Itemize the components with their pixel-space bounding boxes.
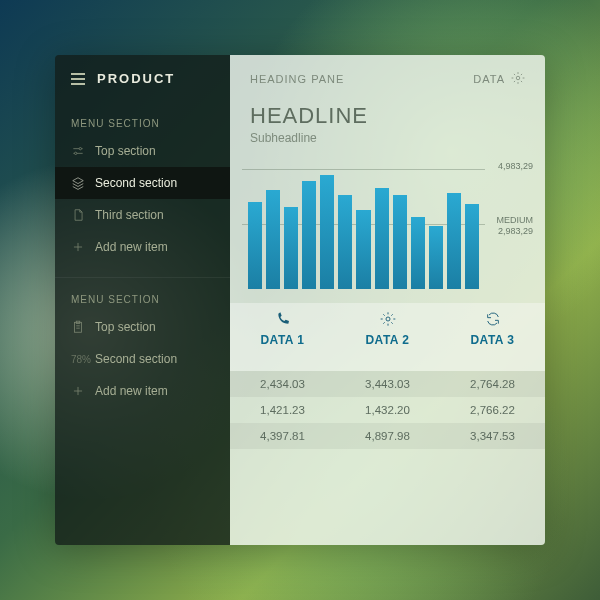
axis-mid: MEDIUM 2,983,29 [497,215,534,237]
sidebar-item-label: Top section [95,320,156,334]
menu-section-header: MENU SECTION [55,108,230,135]
chart-bar [429,226,443,289]
data-label: DATA [473,73,505,85]
sidebar-item-label: Top section [95,144,156,158]
column-label: DATA 1 [230,333,335,347]
table-cell: 2,766.22 [440,397,545,423]
sidebar-item[interactable]: Add new item [55,375,230,407]
axis-top-value: 4,983,29 [498,161,533,172]
chart-bar [248,202,262,289]
layers-icon [71,176,85,190]
settings-icon[interactable] [511,71,525,87]
chart-bar [375,188,389,289]
headline: HEADLINE [230,97,545,131]
chart-bar [393,195,407,289]
svg-point-5 [386,317,390,321]
topbar: HEADING PANE DATA [230,55,545,97]
column-label: DATA 3 [440,333,545,347]
sidebar-item-label: Second section [95,176,177,190]
subheadline: Subheadline [230,131,545,155]
gear-icon [335,311,440,329]
sidebar-item[interactable]: Add new item [55,231,230,263]
menu-section-header: MENU SECTION [55,284,230,311]
table-column: DATA 3 [440,311,545,347]
chart-bar [320,175,334,289]
axis-mid-label: MEDIUM [497,215,534,226]
refresh-icon [440,311,545,329]
table-column: DATA 2 [335,311,440,347]
chart-bar [302,181,316,289]
svg-point-1 [75,152,77,154]
sidebar-item-label: Add new item [95,240,168,254]
chart-bar [411,217,425,289]
table-cell: 2,764.28 [440,371,545,397]
chart-bar [356,210,370,289]
table-cell: 3,443.03 [335,371,440,397]
pct-icon: 78% [71,352,85,366]
file-icon [71,208,85,222]
bar-chart: 4,983,29 MEDIUM 2,983,29 [242,159,533,289]
clipboard-icon [71,320,85,334]
hamburger-icon[interactable] [71,73,85,85]
table-cell: 3,347.53 [440,423,545,449]
main-pane: HEADING PANE DATA HEADLINE Subheadline 4… [230,55,545,545]
svg-point-0 [79,148,81,150]
chart-bar [447,193,461,289]
table-cell: 4,897.98 [335,423,440,449]
table-row: 4,397.814,897.983,347.53 [230,423,545,449]
axis-mid-value: 2,983,29 [497,226,534,237]
data-table: DATA 1DATA 2DATA 3 2,434.033,443.032,764… [230,303,545,449]
sidebar-item[interactable]: Top section [55,311,230,343]
table-column: DATA 1 [230,311,335,347]
brand-row: PRODUCT [55,55,230,108]
app-window: PRODUCT MENU SECTIONTop sectionSecond se… [55,55,545,545]
svg-point-4 [516,76,520,80]
brand-title: PRODUCT [97,71,175,86]
column-label: DATA 2 [335,333,440,347]
chart-bar [338,195,352,289]
heading-pane-label: HEADING PANE [250,73,344,85]
table-row: 1,421.231,432.202,766.22 [230,397,545,423]
sidebar-item[interactable]: Third section [55,199,230,231]
chart-bar [284,207,298,289]
table-cell: 4,397.81 [230,423,335,449]
sidebar-item[interactable]: 78%Second section [55,343,230,375]
chart-bar [266,190,280,289]
table-cell: 1,421.23 [230,397,335,423]
table-row: 2,434.033,443.032,764.28 [230,371,545,397]
sidebar: PRODUCT MENU SECTIONTop sectionSecond se… [55,55,230,545]
plus-icon [71,240,85,254]
plus-icon [71,384,85,398]
sidebar-item-label: Add new item [95,384,168,398]
sliders-icon [71,144,85,158]
phone-icon [230,311,335,329]
sidebar-item-label: Third section [95,208,164,222]
table-cell: 1,432.20 [335,397,440,423]
sidebar-item[interactable]: Top section [55,135,230,167]
sidebar-item[interactable]: Second section [55,167,230,199]
chart-bar [465,204,479,289]
table-cell: 2,434.03 [230,371,335,397]
sidebar-item-label: Second section [95,352,177,366]
